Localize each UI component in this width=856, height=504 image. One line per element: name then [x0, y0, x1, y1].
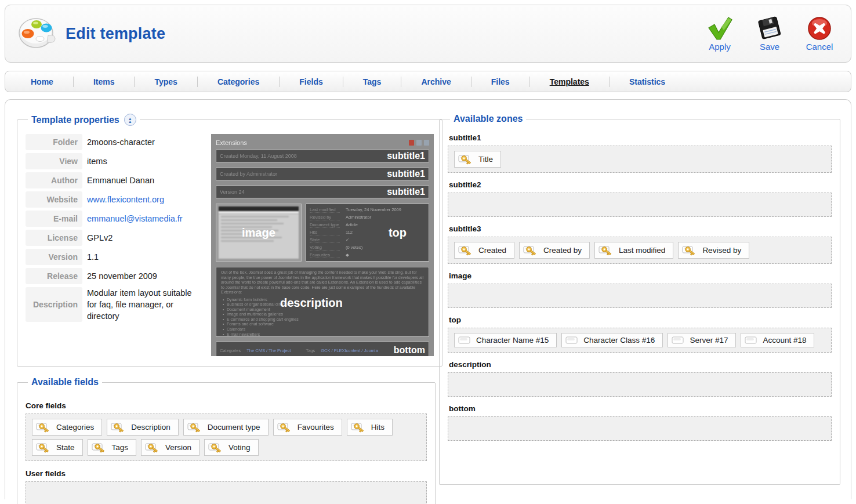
field-chip-character-name-15[interactable]: Character Name #15 [454, 333, 557, 347]
zone-droparea-subtitle2[interactable] [448, 193, 832, 217]
field-chip-label: Revised by [702, 246, 741, 255]
key-field-icon [208, 442, 223, 453]
tab-types[interactable]: Types [135, 77, 197, 86]
field-chip-label: Description [131, 423, 171, 432]
property-value: Modular item layout suitable for faq, fi… [87, 287, 201, 322]
field-group-droparea[interactable]: CategoriesDescriptionDocument typeFavour… [26, 414, 427, 461]
property-value: 1.1 [87, 249, 99, 265]
template-preview-image: Extensions Created Monday, 11 August 200… [211, 134, 434, 356]
zone-name-subtitle1: subtitle1 [449, 133, 832, 142]
field-chip-label: Version [165, 443, 191, 452]
tab-templates[interactable]: Templates [530, 77, 609, 86]
zone-name-top: top [449, 316, 832, 324]
field-chip-favourites[interactable]: Favourites [273, 419, 342, 436]
field-group-title: User fields [26, 469, 427, 478]
field-chip-categories[interactable]: Categories [32, 419, 102, 436]
field-chip-created[interactable]: Created [454, 242, 514, 259]
collapse-toggle-icon[interactable]: ▲▲ [124, 114, 136, 126]
palette-icon [18, 16, 56, 52]
field-group-droparea[interactable] [26, 481, 427, 504]
blank-field-icon [458, 336, 471, 345]
tab-statistics[interactable]: Statistics [610, 77, 685, 86]
template-properties-title: Template properties [31, 115, 119, 125]
field-chip-version[interactable]: Version [141, 439, 200, 456]
zone-droparea-subtitle1[interactable]: Title [448, 146, 832, 173]
field-groups: Core fieldsCategoriesDescriptionDocument… [26, 401, 427, 504]
preview-image-zone: image [216, 204, 302, 262]
property-row: Viewitems [26, 153, 203, 169]
print-icon [424, 140, 429, 146]
tab-home[interactable]: Home [11, 77, 73, 86]
preview-article-icons [409, 140, 429, 146]
preview-top-meta-row: Revised byAdministrator [310, 215, 425, 220]
zone-droparea-top[interactable]: Character Name #15Character Class #16Ser… [448, 328, 832, 353]
save-button[interactable]: Save [749, 16, 790, 52]
field-chip-created-by[interactable]: Created by [519, 242, 590, 259]
field-chip-label: Hits [371, 423, 385, 432]
tab-archive[interactable]: Archive [401, 77, 470, 86]
property-label: View [26, 153, 82, 169]
cancel-button[interactable]: Cancel [799, 16, 840, 52]
preview-top-meta-row: Favourites◆ [310, 252, 425, 258]
preview-bottom-zone-label: bottom [394, 345, 425, 356]
key-field-icon [36, 442, 51, 453]
toolbar-buttons: ApplySaveCancel [699, 16, 840, 52]
field-chip-character-class-16[interactable]: Character Class #16 [561, 333, 663, 347]
preview-top-zone: Last modifiedTuesday, 24 November 2009Re… [306, 204, 429, 262]
tab-fields[interactable]: Fields [280, 77, 342, 86]
field-chip-label: Favourites [298, 423, 334, 432]
preview-subtitle-bars: Created Monday, 11 August 2008subtitle1C… [216, 150, 429, 198]
property-label: Description [26, 287, 82, 322]
property-row: LicenseGPLv2 [26, 230, 203, 246]
field-chip-label: Created [478, 246, 506, 255]
available-fields-title: Available fields [31, 377, 99, 387]
field-chip-account-18[interactable]: Account #18 [741, 333, 814, 347]
preview-bottom-meta-pair: TagsGCK / FLEXIcontent / Joomla [306, 348, 378, 353]
apply-button-label: Apply [709, 42, 731, 52]
preview-image-zone-label: image [242, 226, 275, 240]
field-chip-hits[interactable]: Hits [347, 419, 393, 436]
field-chip-label: Title [478, 155, 493, 164]
zone-droparea-description[interactable] [448, 372, 832, 397]
property-value: Emmanuel Danan [87, 172, 154, 188]
field-chip-label: Character Class #16 [583, 336, 655, 345]
field-chip-tags[interactable]: Tags [88, 439, 137, 456]
property-value: GPLv2 [87, 230, 113, 246]
preview-description-item: Calendars [221, 327, 424, 332]
zone-droparea-image[interactable] [448, 284, 832, 308]
tab-items[interactable]: Items [74, 77, 135, 86]
field-chip-label: Character Name #15 [476, 336, 549, 345]
field-chip-description[interactable]: Description [107, 419, 179, 436]
key-field-icon [458, 154, 473, 165]
field-chip-last-modified[interactable]: Last modified [594, 242, 673, 259]
property-label: License [26, 230, 82, 246]
tab-files[interactable]: Files [471, 77, 529, 86]
key-field-icon [458, 245, 473, 256]
key-field-icon [277, 422, 292, 433]
field-chip-revised-by[interactable]: Revised by [678, 242, 749, 259]
main-menu: HomeItemsTypesCategoriesFieldsTagsArchiv… [5, 71, 851, 92]
field-chip-voting[interactable]: Voting [204, 439, 259, 456]
preview-subtitle-bar: Version 24subtitle1 [216, 186, 429, 198]
preview-description-item: Forums and chat software [221, 322, 424, 327]
property-row: DescriptionModular item layout suitable … [26, 287, 203, 322]
template-properties-panel: Template properties ▲▲ Folder2moons-char… [17, 114, 442, 367]
preview-subtitle-bar: Created by Administratorsubtitle1 [216, 168, 429, 180]
field-chip-title[interactable]: Title [454, 151, 501, 168]
key-field-icon [92, 442, 107, 453]
property-value-link[interactable]: www.flexicontent.org [87, 191, 164, 208]
tab-tags[interactable]: Tags [343, 77, 401, 86]
cancel-button-label: Cancel [806, 42, 833, 52]
zone-droparea-bottom[interactable] [448, 416, 832, 441]
blank-field-icon [672, 336, 684, 345]
available-fields-legend: Available fields [28, 377, 102, 387]
property-value-link[interactable]: emmanuel@vistamedia.fr [87, 211, 183, 227]
preview-bar-hint: Created by Administrator [220, 171, 277, 177]
zone-droparea-subtitle3[interactable]: CreatedCreated byLast modifiedRevised by [448, 237, 832, 264]
apply-button[interactable]: Apply [699, 16, 741, 52]
tab-categories[interactable]: Categories [198, 77, 279, 86]
preview-article-title: Extensions [216, 139, 247, 146]
field-chip-server-17[interactable]: Server #17 [668, 333, 736, 347]
field-chip-state[interactable]: State [32, 439, 83, 456]
field-chip-document-type[interactable]: Document type [183, 419, 269, 436]
